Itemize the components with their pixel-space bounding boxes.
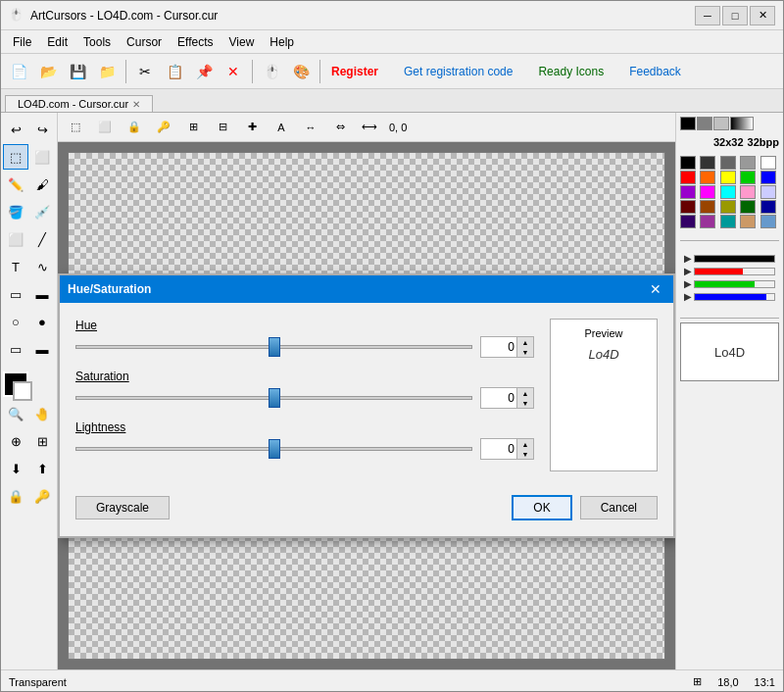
- new-button[interactable]: 📄: [5, 58, 32, 85]
- palette-swatch[interactable]: [680, 171, 696, 184]
- palette-swatch[interactable]: [760, 200, 776, 214]
- saturation-down-btn[interactable]: ▼: [517, 398, 533, 408]
- st-btn5[interactable]: ⊞: [179, 114, 207, 141]
- palette-swatch[interactable]: [740, 215, 756, 228]
- document-tab[interactable]: LO4D.com - Cursor.cur ✕: [5, 95, 153, 112]
- hue-input[interactable]: 0: [481, 339, 516, 355]
- palette-swatch[interactable]: [700, 200, 715, 214]
- hue-up-btn[interactable]: ▲: [517, 337, 533, 347]
- lightness-input[interactable]: [481, 441, 516, 457]
- palette-btn[interactable]: 🎨: [287, 58, 315, 85]
- brush-btn[interactable]: 🖌: [29, 172, 55, 197]
- ok-button[interactable]: OK: [512, 495, 571, 520]
- palette-swatch[interactable]: [760, 185, 776, 199]
- lightness-down-btn[interactable]: ▼: [517, 449, 533, 459]
- circle-btn[interactable]: ○: [3, 309, 28, 334]
- swatch-black[interactable]: [680, 117, 696, 130]
- delete-button[interactable]: ✕: [220, 58, 247, 85]
- redo-btn[interactable]: ↪: [29, 117, 55, 142]
- st-btn10[interactable]: ⇔: [326, 114, 354, 141]
- palette-swatch[interactable]: [760, 171, 776, 184]
- lasso-btn[interactable]: ⬜: [29, 144, 55, 170]
- menu-effects[interactable]: Effects: [170, 33, 220, 51]
- saturation-thumb[interactable]: [269, 388, 280, 408]
- st-btn6[interactable]: ⊟: [209, 114, 236, 141]
- paste-button[interactable]: 📌: [190, 58, 218, 85]
- lightness-track[interactable]: [75, 439, 472, 459]
- copy-button[interactable]: 📋: [161, 58, 188, 85]
- menu-edit[interactable]: Edit: [39, 33, 75, 51]
- line-btn[interactable]: ╱: [29, 226, 55, 252]
- undo-btn[interactable]: ↩: [3, 117, 28, 142]
- palette-swatch[interactable]: [700, 185, 715, 199]
- menu-file[interactable]: File: [5, 33, 39, 51]
- saturation-track[interactable]: [75, 388, 472, 408]
- st-btn2[interactable]: ⬜: [91, 114, 119, 141]
- rect-btn[interactable]: ▭: [3, 281, 28, 307]
- export-btn[interactable]: ⬆: [29, 456, 55, 481]
- menu-help[interactable]: Help: [262, 33, 302, 51]
- feedback-link[interactable]: Feedback: [623, 63, 687, 80]
- palette-swatch[interactable]: [720, 200, 736, 214]
- hand-btn[interactable]: 🤚: [29, 401, 55, 426]
- lightness-up-btn[interactable]: ▲: [517, 439, 533, 449]
- st-btn3[interactable]: 🔒: [121, 114, 148, 141]
- cancel-button[interactable]: Cancel: [580, 496, 658, 519]
- swatch-gray[interactable]: [697, 117, 712, 130]
- palette-swatch[interactable]: [720, 215, 736, 228]
- background-color[interactable]: [13, 381, 32, 401]
- palette-swatch[interactable]: [700, 215, 715, 228]
- palette-swatch[interactable]: [740, 185, 756, 199]
- frames-btn[interactable]: ⊞: [29, 428, 55, 454]
- maximize-button[interactable]: □: [722, 6, 748, 25]
- modal-close-button[interactable]: ✕: [646, 279, 665, 299]
- grayscale-button[interactable]: Grayscale: [75, 496, 170, 519]
- hue-thumb[interactable]: [269, 337, 280, 357]
- get-registration-link[interactable]: Get registration code: [398, 63, 518, 80]
- palette-swatch[interactable]: [720, 171, 736, 184]
- palette-swatch[interactable]: [740, 171, 756, 184]
- fillcircle-btn[interactable]: ●: [29, 309, 55, 334]
- curve-btn[interactable]: ∿: [29, 254, 55, 279]
- select-btn[interactable]: ⬚: [3, 144, 28, 170]
- palette-swatch[interactable]: [680, 215, 696, 228]
- close-button[interactable]: ✕: [750, 6, 775, 25]
- zoom-btn[interactable]: 🔍: [3, 401, 28, 426]
- hue-track[interactable]: [75, 337, 472, 357]
- cut-button[interactable]: ✂: [131, 58, 159, 85]
- st-btn7[interactable]: ✚: [238, 114, 266, 141]
- open-button[interactable]: 📂: [34, 58, 62, 85]
- st-btn11[interactable]: ⟷: [356, 114, 383, 141]
- eyedropper-btn[interactable]: 💉: [29, 199, 55, 224]
- swatch-silver[interactable]: [713, 117, 729, 130]
- palette-swatch[interactable]: [680, 156, 696, 170]
- minimize-button[interactable]: ─: [695, 6, 720, 25]
- pencil-btn[interactable]: ✏️: [3, 172, 28, 197]
- st-btn9[interactable]: ↔: [297, 114, 324, 141]
- hue-down-btn[interactable]: ▼: [517, 347, 533, 357]
- fill-btn[interactable]: 🪣: [3, 199, 28, 224]
- fillrect-btn[interactable]: ▬: [29, 281, 55, 307]
- palette-swatch[interactable]: [680, 200, 696, 214]
- hotspot-btn[interactable]: ⊕: [3, 428, 28, 454]
- register-link[interactable]: Register: [325, 63, 384, 80]
- lock2-btn[interactable]: 🔑: [29, 483, 55, 509]
- ready-icons-link[interactable]: Ready Icons: [532, 63, 610, 80]
- cursor-btn[interactable]: 🖱️: [258, 58, 285, 85]
- lightness-thumb[interactable]: [269, 439, 280, 459]
- tab-close-button[interactable]: ✕: [132, 99, 140, 110]
- swatch-gradient[interactable]: [730, 117, 754, 130]
- palette-swatch[interactable]: [720, 156, 736, 170]
- saturation-input[interactable]: [481, 390, 516, 406]
- palette-swatch[interactable]: [700, 171, 715, 184]
- palette-swatch[interactable]: [680, 185, 696, 199]
- menu-tools[interactable]: Tools: [75, 33, 119, 51]
- foreground-color[interactable]: [3, 371, 28, 397]
- palette-swatch[interactable]: [720, 185, 736, 199]
- text-btn[interactable]: T: [3, 254, 28, 279]
- lock1-btn[interactable]: 🔒: [3, 483, 28, 509]
- rounded-btn[interactable]: ▭: [3, 336, 28, 362]
- st-btn4[interactable]: 🔑: [150, 114, 177, 141]
- folder-button[interactable]: 📁: [93, 58, 121, 85]
- palette-swatch[interactable]: [760, 156, 776, 170]
